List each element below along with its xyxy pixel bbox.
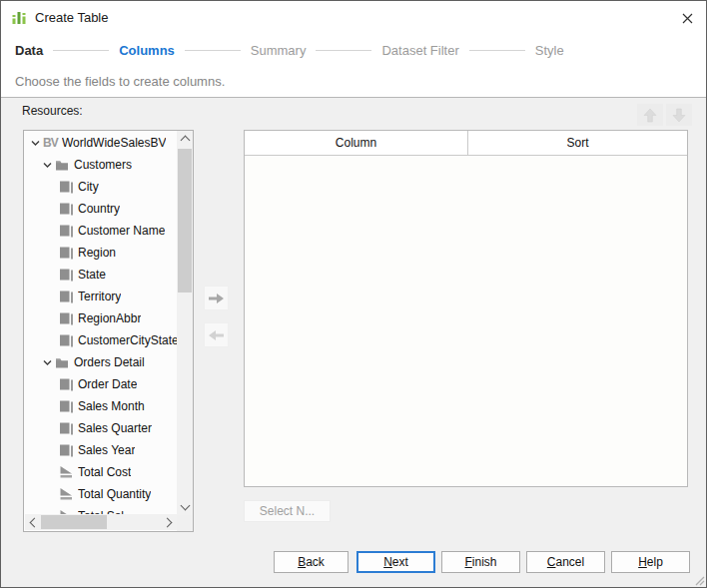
step-connector xyxy=(53,50,109,51)
dimension-field-icon xyxy=(59,377,74,391)
resources-tree-panel: BVWorldWideSalesBVCustomersCityCountryCu… xyxy=(23,130,194,532)
tree-item-city[interactable]: City xyxy=(25,176,177,198)
tree-item-customers[interactable]: Customers xyxy=(25,154,177,176)
tree-item-label: Sales Year xyxy=(78,443,135,457)
columns-table-header: Column Sort xyxy=(245,131,687,156)
next-button[interactable]: Next xyxy=(356,551,435,573)
dimension-field-icon xyxy=(59,399,74,413)
tree-item-label: CustomerCityStateZ xyxy=(78,333,177,347)
step-columns[interactable]: Columns xyxy=(119,43,175,58)
dimension-field-icon xyxy=(59,202,74,216)
step-summary[interactable]: Summary xyxy=(251,43,307,58)
tree-item-order-date[interactable]: Order Date xyxy=(25,373,177,395)
tree-item-customer-name[interactable]: Customer Name xyxy=(25,220,177,242)
finish-button[interactable]: Finish xyxy=(441,551,520,573)
tree-item-state[interactable]: State xyxy=(25,264,177,286)
wizard-steps: DataColumnsSummaryDataset FilterStyle xyxy=(1,34,706,66)
dialog-title: Create Table xyxy=(35,10,108,25)
step-style[interactable]: Style xyxy=(535,43,564,58)
tree-item-label: Sales Month xyxy=(78,399,145,413)
tree-item-sales-quarter[interactable]: Sales Quarter xyxy=(25,417,177,439)
tree-item-regionabbr[interactable]: RegionAbbr xyxy=(25,307,177,329)
tree-item-label: City xyxy=(78,180,99,194)
tree-item-label: Orders Detail xyxy=(74,355,145,369)
resize-grip[interactable] xyxy=(692,573,705,586)
sort-header[interactable]: Sort xyxy=(468,131,687,155)
column-header[interactable]: Column xyxy=(245,131,468,155)
vertical-scroll-thumb[interactable] xyxy=(178,149,192,293)
create-table-dialog: Create Table DataColumnsSummaryDataset F… xyxy=(0,0,707,588)
tree-item-label: Territory xyxy=(78,290,121,303)
step-connector xyxy=(185,50,241,51)
tree-item-worldwidesalesbv[interactable]: BVWorldWideSalesBV xyxy=(25,132,177,154)
back-button[interactable]: Back xyxy=(274,551,349,573)
arrow-down-icon xyxy=(672,108,686,123)
tree-vertical-scrollbar[interactable] xyxy=(177,131,193,515)
folder-icon xyxy=(55,158,70,172)
tree-item-region[interactable]: Region xyxy=(25,242,177,264)
tree-item-sales-month[interactable]: Sales Month xyxy=(25,395,177,417)
dimension-field-icon xyxy=(59,180,74,194)
tree-horizontal-scrollbar[interactable] xyxy=(25,514,177,530)
tree-item-label: Country xyxy=(78,202,120,216)
wizard-subtitle: Choose the fields to create columns. xyxy=(1,66,706,98)
step-dataset-filter[interactable]: Dataset Filter xyxy=(381,43,458,58)
arrow-up-icon xyxy=(643,108,657,123)
tree-item-label: Order Date xyxy=(78,377,137,391)
dimension-field-icon xyxy=(59,246,74,260)
tree-item-label: Customers xyxy=(74,158,132,172)
wizard-content: Resources: BVWorldWideSalesBVCustomersCi… xyxy=(1,98,706,587)
chevron-down-icon[interactable] xyxy=(41,356,53,368)
tree-item-customercitystatez[interactable]: CustomerCityStateZ xyxy=(25,329,177,351)
chevron-down-icon[interactable] xyxy=(29,137,41,149)
cancel-button[interactable]: Cancel xyxy=(526,551,605,573)
select-n-button[interactable]: Select N... xyxy=(244,500,331,522)
business-view-icon: BV xyxy=(43,136,58,150)
tree-item-country[interactable]: Country xyxy=(25,198,177,220)
dimension-field-icon xyxy=(59,421,74,435)
tree-item-label: Sales Quarter xyxy=(78,421,152,435)
measure-field-icon xyxy=(59,465,74,479)
horizontal-scroll-thumb[interactable] xyxy=(41,515,107,529)
chevron-down-icon[interactable] xyxy=(41,159,53,171)
app-chart-icon xyxy=(11,10,27,26)
tree-item-label: State xyxy=(78,268,106,282)
tree-item-orders-detail[interactable]: Orders Detail xyxy=(25,351,177,373)
tree-rows: BVWorldWideSalesBVCustomersCityCountryCu… xyxy=(25,132,177,516)
tree-item-label: RegionAbbr xyxy=(78,311,141,325)
folder-icon xyxy=(55,355,70,369)
title-bar: Create Table xyxy=(1,1,706,35)
move-down-button[interactable] xyxy=(666,104,692,126)
scroll-left-icon[interactable] xyxy=(25,514,41,530)
tree-item-total-quantity[interactable]: Total Quantity xyxy=(25,483,177,505)
help-button[interactable]: Help xyxy=(611,551,690,573)
tree-item-label: WorldWideSalesBV xyxy=(62,136,166,150)
tree-item-sales-year[interactable]: Sales Year xyxy=(25,439,177,461)
resources-label: Resources: xyxy=(22,104,83,118)
step-connector xyxy=(316,50,371,51)
tree-item-label: Customer Name xyxy=(78,224,165,238)
dimension-field-icon xyxy=(59,311,74,325)
columns-table-body xyxy=(245,155,687,486)
dimension-field-icon xyxy=(59,333,74,347)
arrow-right-icon xyxy=(208,292,225,305)
scroll-down-icon[interactable] xyxy=(177,499,193,515)
scrollbar-corner xyxy=(177,515,193,531)
measure-field-icon xyxy=(59,487,74,501)
scroll-up-icon[interactable] xyxy=(177,131,193,147)
step-connector xyxy=(469,50,525,51)
dimension-field-icon xyxy=(59,224,74,238)
tree-item-territory[interactable]: Territory xyxy=(25,286,177,307)
step-data[interactable]: Data xyxy=(15,43,43,58)
arrow-left-icon xyxy=(208,328,225,342)
add-column-button[interactable] xyxy=(204,286,229,310)
remove-column-button[interactable] xyxy=(204,322,229,347)
tree-item-total-cost[interactable]: Total Cost xyxy=(25,461,177,483)
dimension-field-icon xyxy=(59,290,74,303)
dimension-field-icon xyxy=(59,268,74,282)
tree-item-label: Region xyxy=(78,246,116,260)
move-up-button[interactable] xyxy=(637,104,663,126)
columns-table: Column Sort xyxy=(244,130,688,487)
close-icon[interactable] xyxy=(676,7,698,29)
scroll-right-icon[interactable] xyxy=(161,514,177,530)
